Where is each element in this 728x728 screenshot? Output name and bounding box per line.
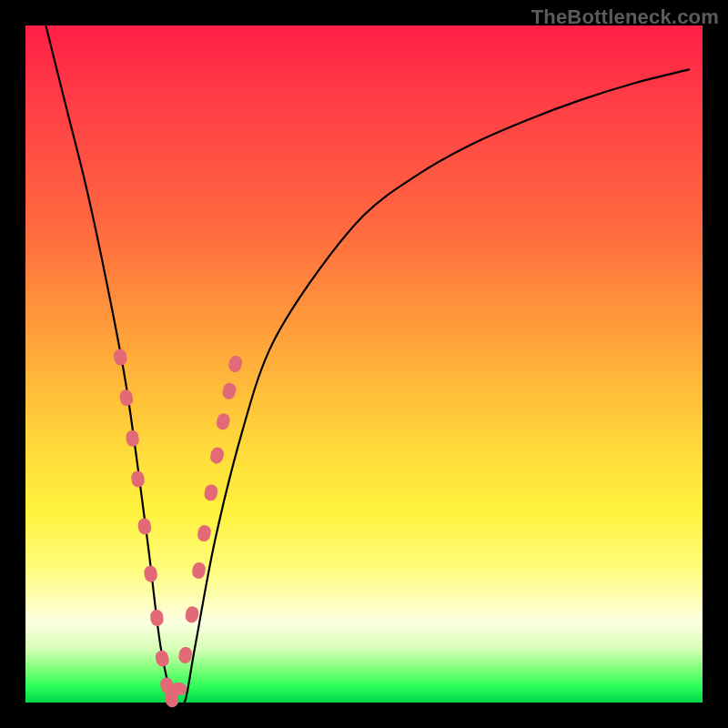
data-marker — [215, 412, 231, 431]
chart-frame: TheBottleneck.com — [0, 0, 728, 728]
data-marker — [170, 682, 187, 695]
data-marker — [203, 483, 218, 501]
data-marker — [125, 430, 139, 448]
data-marker — [228, 355, 244, 374]
data-marker — [191, 561, 207, 580]
data-marker — [209, 446, 226, 465]
data-marker — [144, 565, 158, 583]
data-marker — [113, 348, 128, 366]
data-marker — [118, 389, 134, 407]
data-marker — [177, 646, 193, 664]
watermark-text: TheBottleneck.com — [531, 5, 719, 29]
data-marker — [154, 649, 170, 668]
data-marker — [221, 381, 238, 400]
data-marker — [149, 609, 164, 627]
data-marker — [137, 518, 152, 536]
data-marker — [197, 524, 212, 542]
data-marker — [184, 605, 199, 623]
data-marker — [130, 470, 145, 489]
marker-layer — [113, 348, 244, 708]
bottleneck-curve — [46, 25, 689, 709]
chart-overlay — [25, 25, 703, 703]
curve-layer — [46, 25, 689, 709]
